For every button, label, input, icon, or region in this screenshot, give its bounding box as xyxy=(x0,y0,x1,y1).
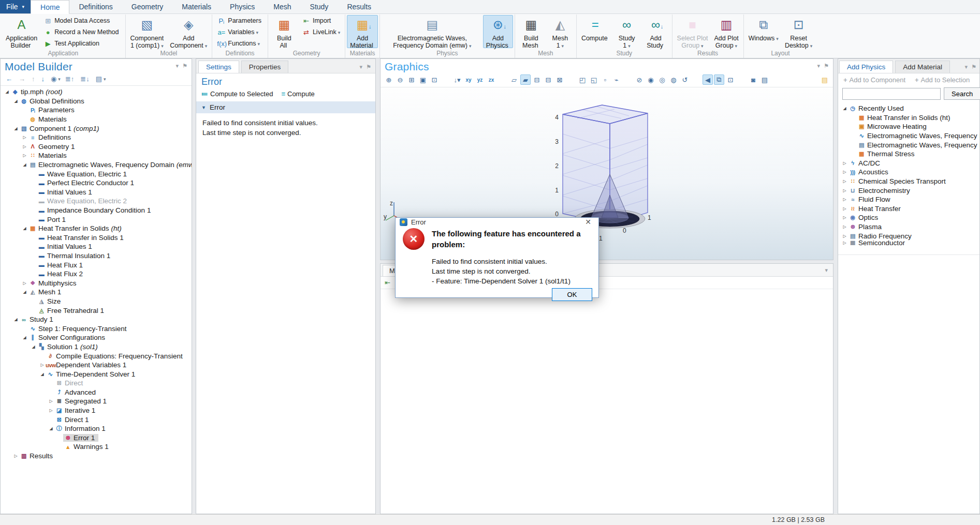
error-section-header[interactable]: ▼ Error xyxy=(196,101,375,113)
error-dialog-titlebar[interactable]: Error ✕ xyxy=(396,218,598,226)
tree-item[interactable]: ▷ ≣Segregated 1 xyxy=(1,397,192,406)
graphics-toolbar-icon[interactable]: ⌁ xyxy=(611,74,622,85)
tree-item[interactable]: ▬Wave Equation, Electric 1 xyxy=(1,169,192,178)
tree-item[interactable]: ▬Heat Transfer in Solids 1 xyxy=(1,233,192,243)
graphics-toolbar-icon[interactable] xyxy=(566,74,576,85)
ribbon-tab[interactable]: Materials xyxy=(172,0,221,13)
tree-item[interactable]: ▬Thermal Insulation 1 xyxy=(1,251,192,261)
physics-tree-item[interactable]: ▷ ⊛Plasma xyxy=(838,222,979,232)
chevron-down-icon[interactable]: ▾ xyxy=(360,64,363,73)
chevron-down-icon[interactable]: ▾ xyxy=(817,63,821,69)
messages-toolbar-icon[interactable]: ⇤ xyxy=(385,279,390,287)
ribbon-button[interactable]: ■ Select Plot Group▾ xyxy=(674,15,711,48)
physics-tree-item[interactable]: ▷ )))Acoustics xyxy=(838,168,979,177)
ribbon-button[interactable]: = Compute xyxy=(578,15,612,48)
graphics-toolbar-icon[interactable]: ◰ xyxy=(577,74,588,85)
tree-expander[interactable]: ▷ xyxy=(841,224,848,229)
tree-item[interactable]: ∿Step 1: Frequency-Transient xyxy=(1,324,192,333)
tree-item[interactable]: ◢ ▧Component 1(comp1) xyxy=(1,124,192,133)
tree-expander[interactable]: ▷ xyxy=(21,144,28,149)
physics-tree-item[interactable]: ▷ ⊔Electrochemistry xyxy=(838,186,979,195)
tree-expander[interactable]: ▷ xyxy=(39,363,46,367)
ribbon-button[interactable]: ∞ Study 1▾ xyxy=(612,15,641,48)
ribbon-button[interactable]: ◭ Mesh 1▾ xyxy=(546,15,575,48)
physics-tree-item[interactable]: ▷ ∷Chemical Species Transport xyxy=(838,177,979,186)
tree-item[interactable]: ▷ ΛGeometry 1 xyxy=(1,142,192,152)
chevron-down-icon[interactable]: ▾ xyxy=(176,63,179,69)
tree-item[interactable]: ◢ ▚Solution 1(sol1) xyxy=(1,342,192,352)
search-button[interactable]: Search xyxy=(944,87,980,100)
tree-item[interactable]: ⤴Advanced xyxy=(1,388,192,397)
graphics-toolbar-icon[interactable]: ◙ xyxy=(748,74,758,85)
tree-item[interactable]: ◢ ◆tip.mph(root) xyxy=(1,87,192,97)
ribbon-button[interactable]: ⇤ Import xyxy=(299,15,343,26)
graphics-toolbar-icon[interactable]: ⊘ xyxy=(634,74,645,85)
ribbon-button[interactable]: ▦↓ Add Material xyxy=(347,15,377,48)
graphics-toolbar-icon[interactable]: ⧉ xyxy=(714,74,724,85)
ribbon-button[interactable]: ⇄ LiveLink▾ xyxy=(299,26,343,38)
model-builder-toolbar-icon[interactable]: ≣↑ xyxy=(65,75,76,83)
tree-item[interactable]: ⊠Direct xyxy=(1,379,192,388)
model-builder-toolbar-icon[interactable]: → xyxy=(19,75,27,83)
tree-item[interactable]: ▲Warnings 1 xyxy=(1,442,192,452)
tree-expander[interactable]: ◢ xyxy=(30,344,37,349)
tree-expander[interactable]: ◢ xyxy=(12,126,19,131)
graphics-toolbar-icon[interactable] xyxy=(441,74,451,85)
file-menu-button[interactable]: File ▾ xyxy=(0,0,31,13)
tab-properties[interactable]: Properties xyxy=(241,61,289,73)
physics-tree-item[interactable]: ▦Heat Transfer in Solids (ht) xyxy=(838,113,979,123)
ribbon-tab[interactable]: Study xyxy=(301,0,338,13)
tree-expander[interactable]: ▷ xyxy=(841,170,848,174)
model-builder-toolbar-icon[interactable]: ← xyxy=(6,75,14,83)
tree-expander[interactable]: ▷ xyxy=(12,454,19,458)
graphics-toolbar-icon[interactable]: yz xyxy=(475,74,485,85)
tree-item[interactable]: ⊗Error 1 xyxy=(1,433,192,443)
graphics-toolbar-icon[interactable]: ▫ xyxy=(600,74,610,85)
tree-item[interactable]: ▬Impedance Boundary Condition 1 xyxy=(1,206,192,215)
settings-toolbar-button[interactable]: ≔Compute to Selected xyxy=(201,90,273,98)
tree-item[interactable]: ◢ ⓘInformation 1 xyxy=(1,424,192,433)
tree-expander[interactable]: ◢ xyxy=(12,317,19,322)
ribbon-tab[interactable]: Geometry xyxy=(122,0,172,13)
ribbon-button[interactable]: a= Variables▾ xyxy=(214,26,266,38)
tab-add-material[interactable]: Add Material xyxy=(895,61,950,73)
ribbon-button[interactable]: ⊡ Reset Desktop▾ xyxy=(782,15,815,48)
ribbon-button[interactable]: ⧉ Windows▾ xyxy=(745,15,782,48)
ribbon-button[interactable]: f(x) Functions▾ xyxy=(214,38,266,49)
ribbon-tab[interactable]: Physics xyxy=(221,0,264,13)
tree-expander[interactable]: ▷ xyxy=(48,399,54,403)
chevron-down-icon[interactable]: ▾ xyxy=(965,64,968,73)
add-to-selection-button[interactable]: +Add to Selection xyxy=(915,76,970,84)
physics-tree-item[interactable]: ◢ ◷Recently Used xyxy=(838,104,979,113)
model-builder-toolbar-icon[interactable]: ≣↓ xyxy=(80,75,91,83)
graphics-context-icon[interactable]: ▤ xyxy=(820,74,830,85)
physics-tree-item[interactable]: ▷ ▤Radio Frequency xyxy=(838,231,979,241)
ribbon-button[interactable]: ▶ Test Application xyxy=(40,38,123,49)
graphics-toolbar-icon[interactable]: ↓▾ xyxy=(452,74,462,85)
tree-expander[interactable]: ◢ xyxy=(12,99,19,103)
physics-tree-item[interactable]: ▷ ≈Fluid Flow xyxy=(838,195,979,204)
graphics-toolbar-icon[interactable]: ⊠ xyxy=(554,74,565,85)
tree-expander[interactable]: ▷ xyxy=(841,161,848,166)
tree-expander[interactable]: ▷ xyxy=(21,153,28,158)
tree-expander[interactable]: ▷ xyxy=(21,281,28,286)
tree-expander[interactable]: ◢ xyxy=(841,106,848,111)
graphics-toolbar-icon[interactable]: xy xyxy=(463,74,474,85)
pin-icon[interactable]: ⚑ xyxy=(971,64,976,73)
chevron-down-icon[interactable]: ▾ xyxy=(825,267,828,274)
settings-toolbar-button[interactable]: =Compute xyxy=(281,90,314,98)
tab-settings[interactable]: Settings xyxy=(198,61,239,73)
ribbon-button[interactable]: ◈ Add Component▾ xyxy=(167,15,210,48)
tree-expander[interactable]: ◢ xyxy=(4,89,10,94)
tree-expander[interactable]: ▷ xyxy=(841,179,848,184)
physics-tree-item[interactable]: ▷ ϟAC/DC xyxy=(838,159,979,168)
tree-item[interactable]: ▬Heat Flux 1 xyxy=(1,260,192,269)
pin-icon[interactable]: ⚑ xyxy=(366,64,371,73)
physics-tree-item[interactable]: ▷ ≀≀Heat Transfer xyxy=(838,204,979,214)
graphics-toolbar-icon[interactable]: ◉ xyxy=(646,74,656,85)
ribbon-button[interactable]: ⊞ Model Data Access xyxy=(40,15,123,26)
graphics-toolbar-icon[interactable] xyxy=(498,74,508,85)
tab-add-physics[interactable]: Add Physics xyxy=(839,61,893,73)
tree-item[interactable]: ▬Initial Values 1 xyxy=(1,242,192,251)
pin-icon[interactable]: ⚑ xyxy=(182,63,187,69)
